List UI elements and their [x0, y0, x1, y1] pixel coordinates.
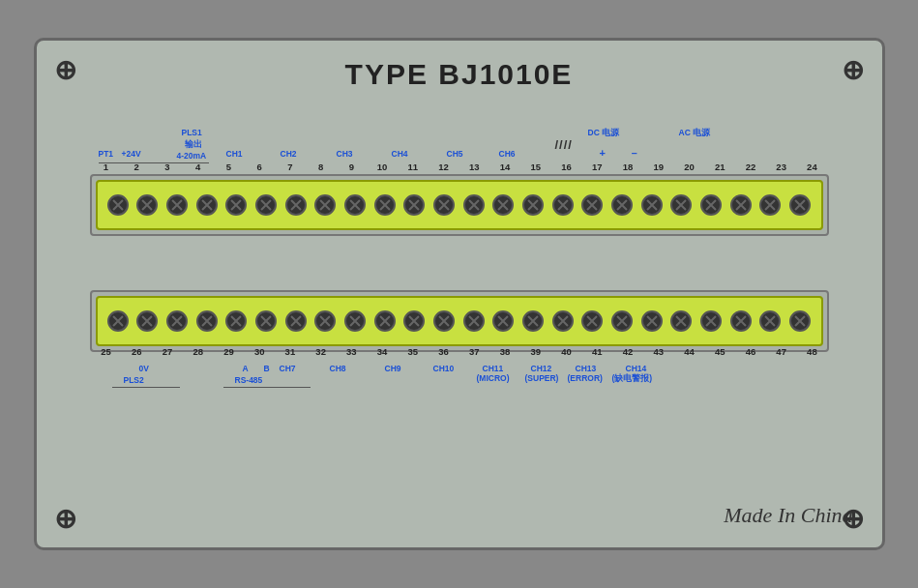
lbl-ch14-sub: (缺电警报): [612, 373, 653, 383]
num-34: 34: [369, 346, 396, 357]
terminal-screw-bottom-block-13: [463, 310, 485, 332]
num-12: 12: [430, 162, 458, 172]
num-31: 31: [277, 346, 304, 357]
terminal-screw-bottom-block-5: [225, 310, 247, 332]
terminal-screw-top-block-3: [166, 194, 188, 216]
terminal-screw-top-block-7: [285, 194, 307, 216]
terminal-screw-top-block-16: [552, 194, 574, 216]
made-in-china-label: Made In China: [724, 503, 852, 528]
lbl-minus: －: [629, 147, 639, 160]
lbl-shuchu: 输出: [185, 139, 202, 149]
lbl-24v: +24V: [122, 149, 141, 159]
num-29: 29: [215, 346, 242, 357]
corner-screw-bl: ⊕: [46, 499, 85, 538]
lbl-ch8: CH8: [330, 364, 346, 373]
lbl-pt1: PT1: [99, 149, 114, 159]
terminal-screw-top-block-19: [641, 194, 663, 216]
num-32: 32: [308, 346, 335, 357]
terminal-screw-top-block-14: [492, 194, 514, 216]
lbl-ch11-sub: (MICRO): [477, 373, 510, 383]
lbl-ch5-top: CH5: [447, 149, 463, 159]
terminal-screw-top-block-20: [670, 194, 692, 216]
num-13: 13: [460, 162, 488, 172]
num-30: 30: [246, 346, 273, 357]
terminal-screw-top-block-24: [789, 194, 811, 216]
terminal-screw-top-block-21: [700, 194, 722, 216]
num-21: 21: [706, 162, 733, 172]
terminal-screw-top-block-4: [196, 194, 218, 216]
num-17: 17: [583, 162, 610, 172]
lbl-ch12-sub: (SUPER): [525, 373, 559, 383]
terminal-screw-bottom-block-9: [344, 310, 366, 332]
lbl-ch2-top: CH2: [281, 149, 297, 159]
corner-screw-tl: ⊕: [46, 50, 85, 89]
lbl-ch12: CH12: [531, 364, 552, 373]
terminal-screw-bottom-block-14: [492, 310, 514, 332]
bottom-terminal-block: [96, 296, 823, 346]
num-14: 14: [491, 162, 518, 172]
num-2: 2: [123, 162, 150, 172]
terminal-screw-bottom-block-2: [136, 310, 158, 332]
lbl-ch13: CH13: [576, 364, 597, 373]
num-46: 46: [737, 346, 764, 357]
lbl-ch3-top: CH3: [337, 149, 353, 159]
lbl-ch13-sub: (ERROR): [568, 373, 603, 383]
lbl-ch11: CH11: [483, 364, 504, 373]
num-6: 6: [246, 162, 273, 172]
lbl-pls2: PLS2: [124, 375, 144, 385]
num-9: 9: [338, 162, 365, 172]
num-8: 8: [308, 162, 335, 172]
terminal-screw-bottom-block-16: [552, 310, 574, 332]
num-15: 15: [522, 162, 549, 172]
lbl-b: B: [264, 364, 270, 373]
terminal-screw-bottom-block-3: [166, 310, 188, 332]
num-4: 4: [185, 162, 212, 172]
terminal-screw-bottom-block-22: [730, 310, 752, 332]
num-23: 23: [768, 162, 795, 172]
lbl-ac-power: AC 电源: [679, 128, 711, 137]
num-26: 26: [123, 346, 150, 357]
num-27: 27: [154, 346, 181, 357]
terminal-screw-top-block-12: [433, 194, 455, 216]
panel-title: TYPE BJ1010E: [37, 41, 882, 91]
terminal-screw-bottom-block-6: [255, 310, 277, 332]
top-terminal-block: [96, 180, 823, 230]
num-25: 25: [93, 346, 120, 357]
terminal-screw-top-block-6: [255, 194, 277, 216]
lbl-a: A: [243, 364, 249, 373]
lbl-ch9: CH9: [385, 364, 401, 373]
terminal-screw-bottom-block-21: [700, 310, 722, 332]
lbl-ch7: CH7: [280, 364, 296, 373]
num-43: 43: [645, 346, 672, 357]
lbl-ch14: CH14: [626, 364, 647, 373]
terminal-screw-bottom-block-24: [789, 310, 811, 332]
terminal-screw-bottom-block-8: [314, 310, 336, 332]
terminal-screw-bottom-block-23: [759, 310, 781, 332]
lbl-4-20ma: 4-20mA: [177, 151, 207, 161]
num-39: 39: [522, 346, 549, 357]
num-24: 24: [798, 162, 825, 172]
terminal-screw-top-block-17: [581, 194, 603, 216]
num-1: 1: [93, 162, 120, 172]
terminal-screw-top-block-13: [463, 194, 485, 216]
num-7: 7: [277, 162, 304, 172]
main-panel: ⊕ ⊕ ⊕ ⊕ TYPE BJ1010E PT1 +24V PLS1 输出 4-…: [34, 38, 885, 550]
num-44: 44: [675, 346, 702, 357]
num-20: 20: [675, 162, 702, 172]
num-16: 16: [553, 162, 580, 172]
lbl-pls1: PLS1: [182, 128, 202, 137]
terminal-screw-top-block-15: [522, 194, 544, 216]
lbl-plus: +: [600, 147, 606, 160]
bottom-labels-area: 0V PLS2 A B CH7 RS-485 CH8 CH9 CH10 CH11…: [93, 360, 826, 437]
lbl-dc-power: DC 电源: [588, 128, 620, 137]
top-numbers-row: 1 2 3 4 5 6 7 8 9 10 11 12 13 14 15 16 1…: [93, 162, 826, 172]
terminal-screw-bottom-block-7: [285, 310, 307, 332]
bottom-terminal-section: [90, 290, 829, 352]
corner-screw-tr: ⊕: [834, 50, 873, 89]
num-41: 41: [583, 346, 610, 357]
num-45: 45: [706, 346, 733, 357]
num-5: 5: [215, 162, 242, 172]
num-36: 36: [430, 346, 458, 357]
num-10: 10: [369, 162, 396, 172]
terminal-screw-bottom-block-1: [107, 310, 129, 332]
